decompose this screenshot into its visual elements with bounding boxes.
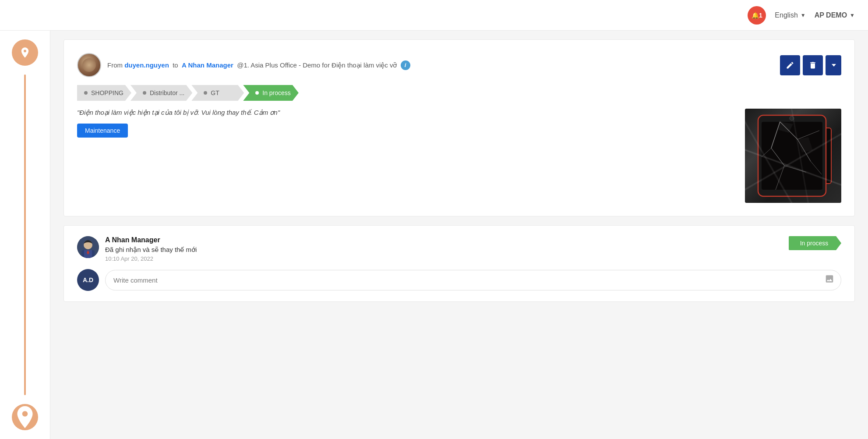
user-label: AP DEMO	[815, 11, 847, 19]
more-button[interactable]	[826, 55, 841, 75]
notification-count: 1	[759, 12, 762, 19]
svg-line-8	[811, 161, 822, 174]
comment-timestamp: 10:10 Apr 20, 2022	[105, 255, 197, 262]
message-card: From duyen.nguyen to A Nhan Manager @1. …	[64, 39, 855, 216]
message-text-area: "Điện thoại làm việc hiện tại của tôi bị…	[77, 109, 736, 138]
message-header-left: From duyen.nguyen to A Nhan Manager @1. …	[77, 53, 410, 77]
chevron-down-icon: ▼	[801, 12, 806, 18]
comment-header: A Nhan Manager Đã ghi nhận và sẽ thay th…	[77, 236, 841, 262]
comment-status-badge[interactable]: In process	[789, 236, 841, 250]
pipeline-status: SHOPPING Distributor ... GT In process	[77, 85, 841, 101]
sender-avatar	[77, 53, 101, 77]
pipeline-label: Distributor ...	[150, 89, 184, 96]
message-attachment-image[interactable]	[745, 109, 841, 203]
svg-marker-12	[797, 137, 813, 152]
pipeline-gt[interactable]: GT	[191, 85, 244, 101]
svg-point-13	[790, 116, 794, 120]
manager-avatar-svg	[77, 236, 99, 258]
sidebar	[0, 31, 50, 439]
message-location: @1. Asia Plus Office - Demo for Điện tho…	[237, 61, 397, 68]
comment-info: A Nhan Manager Đã ghi nhận và sẽ thay th…	[105, 236, 197, 262]
edit-button[interactable]	[780, 55, 800, 75]
pipeline-label: In process	[262, 89, 291, 96]
svg-line-3	[771, 148, 784, 166]
pipeline-dot-active	[255, 91, 259, 95]
recipient-name[interactable]: A Nhan Manager	[182, 61, 233, 68]
svg-line-10	[762, 148, 771, 157]
comment-card: A Nhan Manager Đã ghi nhận và sẽ thay th…	[64, 225, 855, 302]
svg-rect-1	[762, 122, 822, 190]
pipeline-dot	[204, 91, 207, 95]
commenter-avatar	[77, 236, 99, 258]
current-user-avatar: A.D	[77, 269, 99, 291]
message-body: "Điện thoại làm việc hiện tại của tôi bị…	[77, 109, 841, 203]
comment-input[interactable]	[105, 270, 841, 290]
sidebar-bottom-icon[interactable]	[12, 404, 38, 430]
pipeline-label: SHOPPING	[91, 89, 123, 96]
notification-bell[interactable]: 🔔 1	[748, 6, 766, 25]
maintenance-tag-button[interactable]: Maintenance	[77, 124, 128, 138]
broken-phone-image	[745, 109, 841, 203]
sender-name[interactable]: duyen.nguyen	[124, 61, 169, 68]
svg-marker-11	[778, 122, 793, 133]
action-buttons	[780, 55, 841, 75]
comment-author-name: A Nhan Manager	[105, 236, 197, 244]
main-layout: From duyen.nguyen to A Nhan Manager @1. …	[0, 31, 868, 439]
image-upload-icon[interactable]	[825, 274, 834, 286]
message-quote: "Điện thoại làm việc hiện tại của tôi bị…	[77, 109, 736, 117]
message-from-text: From duyen.nguyen to A Nhan Manager @1. …	[107, 60, 410, 70]
sidebar-location-icon[interactable]	[12, 39, 38, 66]
comment-input-wrapper	[105, 270, 841, 290]
comment-author-area: A Nhan Manager Đã ghi nhận và sẽ thay th…	[77, 236, 197, 262]
sidebar-timeline-line	[24, 74, 26, 395]
svg-line-7	[797, 139, 811, 161]
message-header: From duyen.nguyen to A Nhan Manager @1. …	[77, 53, 841, 77]
user-menu[interactable]: AP DEMO ▼	[815, 11, 855, 19]
cracked-screen-svg	[745, 109, 841, 203]
info-icon[interactable]: i	[401, 60, 410, 70]
pipeline-dot	[143, 91, 146, 95]
language-label: English	[775, 11, 797, 19]
content-area: From duyen.nguyen to A Nhan Manager @1. …	[50, 31, 868, 439]
svg-rect-0	[758, 115, 826, 196]
pipeline-label: GT	[211, 89, 219, 96]
pipeline-shopping[interactable]: SHOPPING	[77, 85, 131, 101]
comment-input-row: A.D	[77, 269, 841, 291]
chevron-down-icon	[832, 64, 836, 67]
pipeline-dot	[84, 91, 88, 95]
pipeline-inprocess[interactable]: In process	[243, 85, 299, 101]
svg-line-6	[797, 131, 819, 139]
svg-line-4	[776, 166, 784, 190]
pipeline-distributor[interactable]: Distributor ...	[131, 85, 192, 101]
delete-button[interactable]	[803, 55, 823, 75]
svg-line-2	[771, 122, 780, 148]
top-navigation: 🔔 1 English ▼ AP DEMO ▼	[0, 0, 868, 31]
comment-body-text: Đã ghi nhận và sẽ thay thế mới	[105, 246, 197, 254]
language-selector[interactable]: English ▼	[775, 11, 805, 19]
svg-line-5	[780, 122, 797, 139]
svg-line-9	[784, 166, 806, 172]
chevron-down-icon: ▼	[850, 12, 855, 18]
